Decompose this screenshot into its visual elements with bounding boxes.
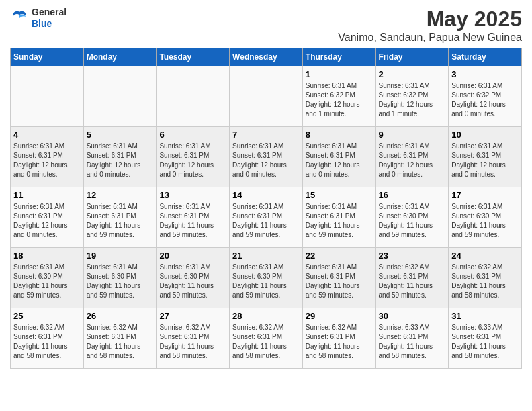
month-year-title: May 2025 xyxy=(338,7,522,32)
day-cell: 14Sunrise: 6:31 AMSunset: 6:31 PMDayligh… xyxy=(230,187,303,248)
weekday-header-sunday: Sunday xyxy=(11,48,84,66)
day-cell: 5Sunrise: 6:31 AMSunset: 6:31 PMDaylight… xyxy=(83,127,157,187)
day-info: Sunrise: 6:31 AMSunset: 6:31 PMDaylight:… xyxy=(159,202,226,240)
day-info: Sunrise: 6:32 AMSunset: 6:31 PMDaylight:… xyxy=(306,323,373,361)
day-info: Sunrise: 6:31 AMSunset: 6:30 PMDaylight:… xyxy=(451,202,519,240)
day-cell: 27Sunrise: 6:32 AMSunset: 6:31 PMDayligh… xyxy=(157,308,230,369)
day-cell: 15Sunrise: 6:31 AMSunset: 6:31 PMDayligh… xyxy=(302,187,375,248)
day-cell: 25Sunrise: 6:32 AMSunset: 6:31 PMDayligh… xyxy=(11,308,84,369)
day-number: 4 xyxy=(13,130,81,140)
logo-blue-label: Blue xyxy=(32,18,66,30)
day-number: 5 xyxy=(87,130,154,140)
day-cell xyxy=(230,66,303,127)
day-cell: 2Sunrise: 6:31 AMSunset: 6:32 PMDaylight… xyxy=(375,66,449,127)
logo-general-label: General xyxy=(32,7,66,18)
day-number: 11 xyxy=(13,190,81,200)
day-info: Sunrise: 6:31 AMSunset: 6:31 PMDaylight:… xyxy=(87,142,154,179)
day-number: 10 xyxy=(451,130,519,140)
day-number: 30 xyxy=(379,311,446,321)
day-cell: 6Sunrise: 6:31 AMSunset: 6:31 PMDaylight… xyxy=(157,127,230,187)
day-number: 29 xyxy=(306,311,373,321)
day-number: 25 xyxy=(13,311,81,321)
day-cell xyxy=(11,66,84,127)
day-cell: 8Sunrise: 6:31 AMSunset: 6:31 PMDaylight… xyxy=(302,127,375,187)
day-cell: 1Sunrise: 6:31 AMSunset: 6:32 PMDaylight… xyxy=(302,66,375,127)
day-info: Sunrise: 6:31 AMSunset: 6:30 PMDaylight:… xyxy=(13,263,81,300)
day-cell: 12Sunrise: 6:31 AMSunset: 6:31 PMDayligh… xyxy=(83,187,157,248)
day-info: Sunrise: 6:31 AMSunset: 6:30 PMDaylight:… xyxy=(379,202,446,240)
day-cell: 10Sunrise: 6:31 AMSunset: 6:31 PMDayligh… xyxy=(449,127,522,187)
page-header: General Blue May 2025 Vanimo, Sandaun, P… xyxy=(10,7,522,44)
weekday-header-wednesday: Wednesday xyxy=(230,48,303,66)
day-info: Sunrise: 6:31 AMSunset: 6:31 PMDaylight:… xyxy=(379,142,446,179)
logo-bird-icon xyxy=(10,9,29,28)
week-row-5: 25Sunrise: 6:32 AMSunset: 6:31 PMDayligh… xyxy=(11,308,522,369)
day-cell: 13Sunrise: 6:31 AMSunset: 6:31 PMDayligh… xyxy=(157,187,230,248)
day-number: 21 xyxy=(232,250,300,261)
day-info: Sunrise: 6:31 AMSunset: 6:30 PMDaylight:… xyxy=(87,263,154,300)
day-number: 17 xyxy=(451,190,519,200)
day-number: 2 xyxy=(379,69,446,79)
day-cell: 21Sunrise: 6:31 AMSunset: 6:30 PMDayligh… xyxy=(230,248,303,308)
weekday-header-saturday: Saturday xyxy=(449,48,522,66)
day-info: Sunrise: 6:31 AMSunset: 6:31 PMDaylight:… xyxy=(306,263,373,300)
day-cell: 4Sunrise: 6:31 AMSunset: 6:31 PMDaylight… xyxy=(11,127,84,187)
day-number: 16 xyxy=(379,190,446,200)
day-info: Sunrise: 6:32 AMSunset: 6:31 PMDaylight:… xyxy=(379,263,446,300)
day-cell: 11Sunrise: 6:31 AMSunset: 6:31 PMDayligh… xyxy=(11,187,84,248)
week-row-4: 18Sunrise: 6:31 AMSunset: 6:30 PMDayligh… xyxy=(11,248,522,308)
day-info: Sunrise: 6:31 AMSunset: 6:31 PMDaylight:… xyxy=(87,202,154,240)
day-cell: 18Sunrise: 6:31 AMSunset: 6:30 PMDayligh… xyxy=(11,248,84,308)
day-info: Sunrise: 6:31 AMSunset: 6:31 PMDaylight:… xyxy=(306,202,373,240)
day-number: 9 xyxy=(379,130,446,140)
day-cell: 28Sunrise: 6:32 AMSunset: 6:31 PMDayligh… xyxy=(230,308,303,369)
day-number: 3 xyxy=(451,69,519,79)
week-row-3: 11Sunrise: 6:31 AMSunset: 6:31 PMDayligh… xyxy=(11,187,522,248)
day-number: 20 xyxy=(159,250,226,261)
calendar-table: SundayMondayTuesdayWednesdayThursdayFrid… xyxy=(10,48,522,369)
day-cell: 30Sunrise: 6:33 AMSunset: 6:31 PMDayligh… xyxy=(375,308,449,369)
day-number: 27 xyxy=(159,311,226,321)
weekday-header-thursday: Thursday xyxy=(302,48,375,66)
day-number: 15 xyxy=(306,190,373,200)
title-block: May 2025 Vanimo, Sandaun, Papua New Guin… xyxy=(338,7,522,44)
day-cell: 19Sunrise: 6:31 AMSunset: 6:30 PMDayligh… xyxy=(83,248,157,308)
day-info: Sunrise: 6:32 AMSunset: 6:31 PMDaylight:… xyxy=(13,323,81,361)
day-number: 26 xyxy=(87,311,154,321)
day-number: 19 xyxy=(87,250,154,261)
day-cell: 20Sunrise: 6:31 AMSunset: 6:30 PMDayligh… xyxy=(157,248,230,308)
weekday-header-row: SundayMondayTuesdayWednesdayThursdayFrid… xyxy=(11,48,522,66)
day-number: 12 xyxy=(87,190,154,200)
day-info: Sunrise: 6:31 AMSunset: 6:31 PMDaylight:… xyxy=(306,142,373,179)
day-cell: 26Sunrise: 6:32 AMSunset: 6:31 PMDayligh… xyxy=(83,308,157,369)
location-subtitle: Vanimo, Sandaun, Papua New Guinea xyxy=(338,32,522,44)
day-info: Sunrise: 6:33 AMSunset: 6:31 PMDaylight:… xyxy=(379,323,446,361)
day-info: Sunrise: 6:31 AMSunset: 6:31 PMDaylight:… xyxy=(13,142,81,179)
day-cell: 29Sunrise: 6:32 AMSunset: 6:31 PMDayligh… xyxy=(302,308,375,369)
day-info: Sunrise: 6:33 AMSunset: 6:31 PMDaylight:… xyxy=(451,323,519,361)
weekday-header-tuesday: Tuesday xyxy=(157,48,230,66)
day-number: 1 xyxy=(306,69,373,79)
day-info: Sunrise: 6:31 AMSunset: 6:31 PMDaylight:… xyxy=(13,202,81,240)
day-number: 28 xyxy=(232,311,300,321)
day-cell: 16Sunrise: 6:31 AMSunset: 6:30 PMDayligh… xyxy=(375,187,449,248)
weekday-header-friday: Friday xyxy=(375,48,449,66)
week-row-2: 4Sunrise: 6:31 AMSunset: 6:31 PMDaylight… xyxy=(11,127,522,187)
day-info: Sunrise: 6:32 AMSunset: 6:31 PMDaylight:… xyxy=(232,323,300,361)
day-info: Sunrise: 6:31 AMSunset: 6:30 PMDaylight:… xyxy=(159,263,226,300)
day-cell xyxy=(83,66,157,127)
logo-text: General Blue xyxy=(32,7,66,30)
day-info: Sunrise: 6:31 AMSunset: 6:30 PMDaylight:… xyxy=(232,263,300,300)
day-number: 22 xyxy=(306,250,373,261)
day-number: 7 xyxy=(232,130,300,140)
day-number: 18 xyxy=(13,250,81,261)
day-number: 13 xyxy=(159,190,226,200)
day-info: Sunrise: 6:31 AMSunset: 6:31 PMDaylight:… xyxy=(451,142,519,179)
day-number: 14 xyxy=(232,190,300,200)
day-cell: 17Sunrise: 6:31 AMSunset: 6:30 PMDayligh… xyxy=(449,187,522,248)
day-number: 31 xyxy=(451,311,519,321)
day-cell: 9Sunrise: 6:31 AMSunset: 6:31 PMDaylight… xyxy=(375,127,449,187)
day-cell: 3Sunrise: 6:31 AMSunset: 6:32 PMDaylight… xyxy=(449,66,522,127)
day-info: Sunrise: 6:31 AMSunset: 6:32 PMDaylight:… xyxy=(379,81,446,119)
day-info: Sunrise: 6:32 AMSunset: 6:31 PMDaylight:… xyxy=(451,263,519,300)
